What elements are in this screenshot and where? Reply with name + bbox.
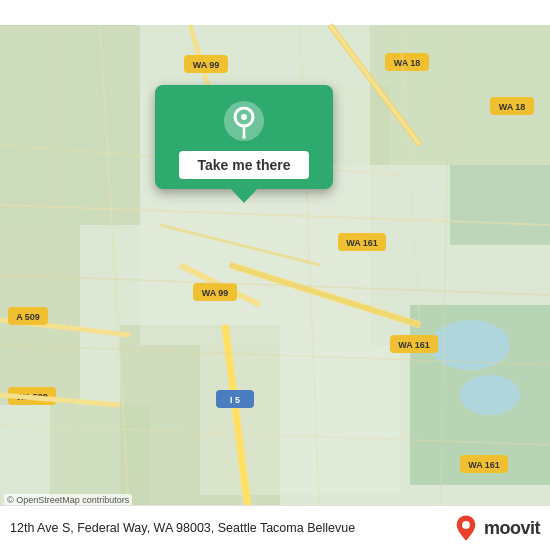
map-pin-icon [222,99,266,143]
svg-text:WA 99: WA 99 [202,288,229,298]
osm-credit-text: © OpenStreetMap contributors [7,495,129,505]
svg-text:I 5: I 5 [230,395,240,405]
svg-rect-3 [370,25,550,165]
svg-text:WA 18: WA 18 [499,102,526,112]
svg-text:WA 99: WA 99 [193,60,220,70]
svg-text:WA 161: WA 161 [346,238,378,248]
take-me-there-button[interactable]: Take me there [179,151,308,179]
svg-rect-8 [450,165,550,245]
svg-point-56 [241,114,247,120]
bottom-bar: 12th Ave S, Federal Way, WA 98003, Seatt… [0,505,550,550]
svg-point-58 [462,521,470,529]
svg-point-57 [242,135,246,139]
svg-point-10 [460,375,520,415]
svg-text:WA 18: WA 18 [394,58,421,68]
location-popup: Take me there [155,85,333,189]
moovit-logo-text: moovit [484,518,540,539]
address-text: 12th Ave S, Federal Way, WA 98003, Seatt… [10,520,442,536]
map-container: WA 18 WA 18 WA 99 WA 161 WA 161 WA 161 W… [0,0,550,550]
moovit-pin-icon [452,514,480,542]
svg-rect-1 [0,25,140,225]
svg-text:A 509: A 509 [16,312,40,322]
svg-text:WA 161: WA 161 [398,340,430,350]
svg-text:WA 161: WA 161 [468,460,500,470]
map-background: WA 18 WA 18 WA 99 WA 161 WA 161 WA 161 W… [0,0,550,550]
moovit-logo: moovit [452,514,540,542]
